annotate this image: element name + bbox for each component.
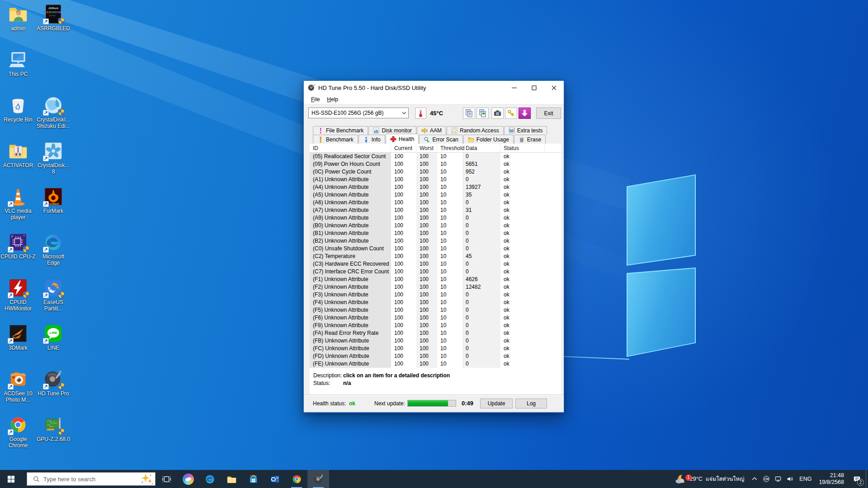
desktop-icon-microsoft-edge[interactable]: MicrosoftEdge: [34, 232, 72, 266]
search-box[interactable]: [27, 472, 156, 486]
table-row-f6[interactable]: (F6) Unknown Attribute100100100ok: [310, 314, 561, 322]
taskbar-file-explorer-button[interactable]: [221, 470, 242, 488]
table-row-f3[interactable]: (F3) Unknown Attribute100100100ok: [310, 291, 561, 299]
table-row-c0[interactable]: (C0) Unsafe Shutdown Count100100100ok: [310, 245, 561, 253]
tab-health[interactable]: Health: [386, 134, 419, 144]
temperature-button[interactable]: [415, 108, 426, 119]
tab-benchmark[interactable]: Benchmark: [313, 135, 358, 144]
desktop-icon-line[interactable]: LINELINE: [34, 323, 72, 351]
weather-widget[interactable]: 1 29°C แจ่มใสส่วนใหญ่: [670, 473, 749, 485]
tab-random-access[interactable]: Random Access: [447, 126, 504, 135]
table-row-c2[interactable]: (C2) Temperature1001001045ok: [310, 253, 561, 260]
meet-now-button[interactable]: [760, 470, 772, 488]
table-row-fd[interactable]: (FD) Unknown Attribute100100100ok: [310, 352, 561, 360]
show-desktop-button[interactable]: [866, 470, 868, 488]
desktop-icon-acdsee-10-photo-m[interactable]: ACDSee 10Photo M...: [0, 369, 37, 403]
table-row-c7[interactable]: (C7) Interface CRC Error Count100100100o…: [310, 268, 561, 276]
table-row-f1[interactable]: (F1) Unknown Attribute100100104626ok: [310, 276, 561, 283]
log-button[interactable]: Log: [515, 399, 547, 408]
network-button[interactable]: [772, 470, 784, 488]
desktop-icon-crystaldiski-shizuku-edi[interactable]: CrystalDiskI...Shizuku Edi...: [34, 95, 72, 129]
desktop-icon-this-pc[interactable]: This PC: [0, 49, 37, 77]
maximize-button[interactable]: [524, 81, 544, 94]
table-row-f4[interactable]: (F4) Unknown Attribute100100100ok: [310, 299, 561, 306]
tab-folder-usage[interactable]: Folder Usage: [463, 135, 514, 144]
copy-text-button[interactable]: [463, 108, 475, 119]
language-indicator[interactable]: ENG: [796, 476, 815, 482]
table-row-fb[interactable]: (FB) Unknown Attribute100100100ok: [310, 337, 561, 345]
tab-extra-tests[interactable]: Extra tests: [504, 126, 547, 135]
column-header-data[interactable]: Data: [462, 144, 500, 152]
desktop-icon-gpu-z-2-68-0[interactable]: GPU-Z.2.68.0: [34, 414, 72, 442]
menu-help[interactable]: Help: [323, 95, 342, 103]
table-row-c3[interactable]: (C3) Hardware ECC Recovered100100100ok: [310, 260, 561, 268]
action-center-button[interactable]: 2: [848, 470, 866, 488]
taskbar-hd-tune-button[interactable]: [307, 470, 329, 488]
table-row-fc[interactable]: (FC) Unknown Attribute100100100ok: [310, 345, 561, 352]
tab-erase[interactable]: Erase: [514, 135, 546, 144]
desktop-icon-admin[interactable]: admin: [0, 4, 37, 32]
desktop-icon-hd-tune-pro[interactable]: HD Tune Pro: [34, 369, 72, 397]
minimize-button[interactable]: [504, 81, 524, 94]
tray-expand-button[interactable]: [749, 470, 760, 488]
column-header-threshold[interactable]: Threshold: [437, 144, 462, 152]
column-header-current[interactable]: Current: [391, 144, 416, 152]
table-row-0c[interactable]: (0C) Power Cycle Count10010010952ok: [310, 168, 561, 176]
clock[interactable]: 21:48 19/8/2568: [815, 472, 848, 486]
bottom-bar: Health status: ok Next update: 0:49 Upda…: [304, 394, 564, 412]
desktop-icon-asrrgbled[interactable]: ASRockPOLYCHROMES Y N CASRRGBLED: [34, 4, 72, 32]
tab-file-benchmark[interactable]: File Benchmark: [313, 126, 368, 135]
desktop-icon-activator[interactable]: ACTIVATOR: [0, 141, 37, 169]
column-header-status[interactable]: Status: [500, 144, 545, 152]
start-button[interactable]: [0, 470, 22, 488]
taskbar-copilot-button[interactable]: [177, 470, 199, 488]
table-row-a7[interactable]: (A7) Unknown Attribute1001001031ok: [310, 206, 561, 214]
tab-info[interactable]: Info: [359, 135, 385, 144]
table-row-f2[interactable]: (F2) Unknown Attribute1001001012482ok: [310, 283, 561, 291]
desktop-icon-google-chrome[interactable]: GoogleChrome: [0, 414, 37, 449]
table-row-05[interactable]: (05) Reallocated Sector Count100100100ok: [310, 153, 561, 160]
desktop-icon-easeus-partiti[interactable]: EaseUSPartiti...: [34, 277, 72, 312]
close-button[interactable]: [544, 81, 564, 94]
taskbar-outlook-button[interactable]: [264, 470, 286, 488]
table-row-a9[interactable]: (A9) Unknown Attribute100100100ok: [310, 214, 561, 222]
column-header-worst[interactable]: Worst: [416, 144, 437, 152]
cell: ok: [500, 314, 545, 322]
taskbar-task-view-button[interactable]: [156, 470, 177, 488]
copy-image-button[interactable]: [476, 108, 489, 119]
desktop-icon-vlc-media-player[interactable]: VLC mediaplayer: [0, 186, 37, 221]
tab-error-scan[interactable]: Error Scan: [419, 135, 462, 144]
desktop-icon-cpuid-cpu-z[interactable]: CPUID CPU-Z: [0, 232, 37, 260]
table-row-b0[interactable]: (B0) Unknown Attribute100100100ok: [310, 222, 561, 230]
desktop-icon-furmark[interactable]: FurMarkFurMark: [34, 186, 72, 214]
table-row-09[interactable]: (09) Power On Hours Count100100105651ok: [310, 160, 561, 168]
options-button[interactable]: [505, 108, 517, 119]
screenshot-button[interactable]: [491, 108, 504, 119]
save-button[interactable]: [519, 108, 531, 119]
table-row-b1[interactable]: (B1) Unknown Attribute100100100ok: [310, 230, 561, 237]
table-row-b2[interactable]: (B2) Unknown Attribute100100100ok: [310, 237, 561, 245]
table-row-a4[interactable]: (A4) Unknown Attribute1001001013927ok: [310, 183, 561, 191]
table-row-f5[interactable]: (F5) Unknown Attribute100100100ok: [310, 306, 561, 314]
taskbar-edge-button[interactable]: [199, 470, 221, 488]
column-header-id[interactable]: ID: [310, 144, 391, 152]
table-row-f8[interactable]: (F8) Unknown Attribute100100100ok: [310, 322, 561, 329]
desktop-icon-cpuid-hwmonitor[interactable]: CPUIDHWMonitor: [0, 277, 37, 312]
menu-file[interactable]: File: [307, 95, 323, 103]
table-row-a6[interactable]: (A6) Unknown Attribute100100100ok: [310, 199, 561, 206]
taskbar-store-button[interactable]: [242, 470, 264, 488]
table-row-fe[interactable]: (FE) Unknown Attribute100100100ok: [310, 360, 561, 368]
table-row-fa[interactable]: (FA) Read Error Retry Rate100100100ok: [310, 329, 561, 337]
tab-aam[interactable]: AAM: [417, 126, 446, 135]
desktop-icon-crystaldisk-8[interactable]: CrystalDisk...8: [34, 141, 72, 175]
drive-select[interactable]: HS-SSD-E100 256G (256 gB): [308, 108, 409, 118]
desktop-icon-3dmark[interactable]: 3DMark: [0, 323, 37, 351]
desktop-icon-recycle-bin[interactable]: Recycle Bin: [0, 95, 37, 123]
update-button[interactable]: Update: [480, 399, 513, 408]
exit-button[interactable]: Exit: [536, 108, 561, 119]
volume-button[interactable]: [784, 470, 796, 488]
taskbar-chrome-button[interactable]: [286, 470, 307, 488]
table-row-a5[interactable]: (A5) Unknown Attribute1001001035ok: [310, 191, 561, 199]
search-input[interactable]: [43, 476, 140, 483]
table-row-a1[interactable]: (A1) Unknown Attribute100100100ok: [310, 176, 561, 183]
